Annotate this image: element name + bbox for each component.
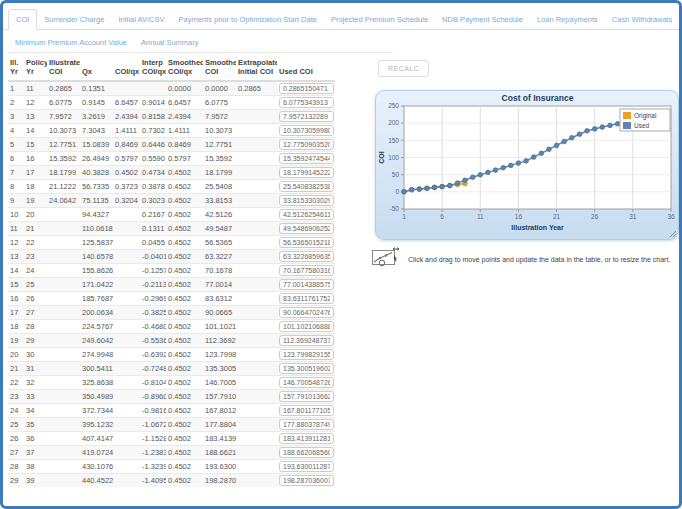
table-cell: 94.4327 xyxy=(80,207,113,221)
used-coi-input[interactable] xyxy=(279,139,334,150)
tab-surrender-charge[interactable]: Surrender Charge xyxy=(37,10,111,29)
table-row: 102094.43270.21670.450242.5126 xyxy=(8,207,335,221)
table-cell: 2 xyxy=(8,95,24,109)
used-coi-input[interactable] xyxy=(279,97,334,108)
chart-panel[interactable]: -5005010015020025016111621263136Cost of … xyxy=(375,90,679,240)
table-row: 1121110.06180.13110.450249.5487 xyxy=(8,221,335,235)
table-cell: 2.4394 xyxy=(166,109,203,123)
table-cell: -0.2969 xyxy=(140,291,166,305)
table-cell xyxy=(236,347,277,361)
tab-projected-premium-schedule[interactable]: Projected Premium Schedule xyxy=(324,10,435,29)
used-coi-input[interactable] xyxy=(279,167,334,178)
tab-payments-prior-to-optimization-start-date[interactable]: Payments prior to Optimization Start Dat… xyxy=(172,10,324,29)
table-cell: 2.4394 xyxy=(113,109,140,123)
used-coi-input[interactable] xyxy=(279,349,334,360)
tab-coi[interactable]: COI xyxy=(8,9,37,30)
table-cell: 90.0665 xyxy=(203,305,236,319)
used-coi-cell xyxy=(277,277,335,291)
table-cell: -1.1528 xyxy=(140,431,166,445)
used-coi-input[interactable] xyxy=(279,265,334,276)
used-coi-input[interactable] xyxy=(279,279,334,290)
used-coi-cell xyxy=(277,81,335,95)
x-tick-labels: 16111621263136 xyxy=(402,209,675,220)
table-cell: 16 xyxy=(24,151,47,165)
table-cell xyxy=(236,123,277,137)
table-cell: 0.1311 xyxy=(140,221,166,235)
used-coi-input[interactable] xyxy=(279,335,334,346)
table-cell xyxy=(113,221,140,235)
used-coi-input[interactable] xyxy=(279,419,334,430)
used-coi-input[interactable] xyxy=(279,195,334,206)
table-cell xyxy=(113,347,140,361)
table-cell: 0.4502 xyxy=(166,193,203,207)
x-axis-label: Illustration Year xyxy=(511,224,564,231)
used-coi-input[interactable] xyxy=(279,405,334,416)
table-cell: 12.7751 xyxy=(203,137,236,151)
tab-minimum-premium-account-value[interactable]: Minimum Premium Account Value xyxy=(8,33,134,52)
tab-cash-withdrawals[interactable]: Cash Withdrawals xyxy=(605,10,679,29)
coi-chart[interactable]: -5005010015020025016111621263136Cost of … xyxy=(376,91,678,239)
table-cell: 110.0618 xyxy=(80,221,113,235)
used-coi-input[interactable] xyxy=(279,153,334,164)
tab-loan-repayments[interactable]: Loan Repayments xyxy=(530,10,605,29)
table-cell: 42.5126 xyxy=(203,207,236,221)
table-cell: 33.8153 xyxy=(203,193,236,207)
used-coi-input[interactable] xyxy=(279,377,334,388)
table-cell xyxy=(236,207,277,221)
table-cell: 274.9948 xyxy=(80,347,113,361)
used-coi-input[interactable] xyxy=(279,461,334,472)
used-coi-cell xyxy=(277,221,335,235)
table-cell xyxy=(113,249,140,263)
used-coi-input[interactable] xyxy=(279,251,334,262)
table-cell xyxy=(113,445,140,459)
drag-hint-icon xyxy=(372,247,402,271)
used-coi-input[interactable] xyxy=(279,293,334,304)
used-coi-input[interactable] xyxy=(279,363,334,374)
table-cell xyxy=(236,221,277,235)
table-cell: 0.4502 xyxy=(166,459,203,473)
recalc-button[interactable]: RECALC xyxy=(378,60,429,77)
used-coi-input[interactable] xyxy=(279,321,334,332)
used-coi-input[interactable] xyxy=(279,181,334,192)
table-row: 2636407.4147-1.15280.4502183.4139 xyxy=(8,431,335,445)
used-coi-input[interactable] xyxy=(279,391,334,402)
table-cell: 7 xyxy=(8,165,24,179)
tab-initial-av-csv[interactable]: Initial AV/CSV xyxy=(111,10,171,29)
used-coi-cell xyxy=(277,109,335,123)
table-cell: 29 xyxy=(24,333,47,347)
y-tick-labels: -50050100150200250 xyxy=(388,102,404,212)
table-cell: 200.0634 xyxy=(80,305,113,319)
table-cell: 10 xyxy=(8,207,24,221)
svg-text:200: 200 xyxy=(388,119,399,126)
tab-ndb-payment-schedule[interactable]: NDB Payment Schedule xyxy=(435,10,530,29)
table-cell: 40.3828 xyxy=(80,165,113,179)
table-cell: 3 xyxy=(8,109,24,123)
used-coi-input[interactable] xyxy=(279,475,334,486)
used-coi-input[interactable] xyxy=(279,237,334,248)
table-row: 61615.359226.49490.57970.55900.579715.35… xyxy=(8,151,335,165)
table-cell xyxy=(113,277,140,291)
table-cell: 0.6446 xyxy=(140,137,166,151)
used-coi-input[interactable] xyxy=(279,433,334,444)
used-coi-input[interactable] xyxy=(279,111,334,122)
used-coi-input[interactable] xyxy=(279,125,334,136)
table-cell xyxy=(236,319,277,333)
table-cell: 34 xyxy=(24,403,47,417)
table-cell: 188.6621 xyxy=(203,445,236,459)
col-header-smoothed-coi-qx: Smoothed COI/qx xyxy=(166,55,203,81)
used-coi-input[interactable] xyxy=(279,307,334,318)
table-cell: 1.4111 xyxy=(166,123,203,137)
table-cell: 440.4522 xyxy=(80,473,113,487)
svg-text:150: 150 xyxy=(388,137,399,144)
table-row: 2434372.7344-0.98160.4502167.8012 xyxy=(8,403,335,417)
used-coi-input[interactable] xyxy=(279,447,334,458)
tab-annual-summary[interactable]: Annual Summary xyxy=(134,33,206,52)
used-coi-input[interactable] xyxy=(279,83,334,94)
table-cell: 15.3592 xyxy=(47,151,80,165)
used-coi-cell xyxy=(277,235,335,249)
used-coi-input[interactable] xyxy=(279,223,334,234)
coi-table-container: Ill. YrPolicy YrIllustrated COIQxCOI/qxI… xyxy=(8,55,335,487)
used-coi-input[interactable] xyxy=(279,209,334,220)
table-row: 1323140.6578-0.04010.450263.3227 xyxy=(8,249,335,263)
chart-resize-handle[interactable] xyxy=(670,231,676,237)
